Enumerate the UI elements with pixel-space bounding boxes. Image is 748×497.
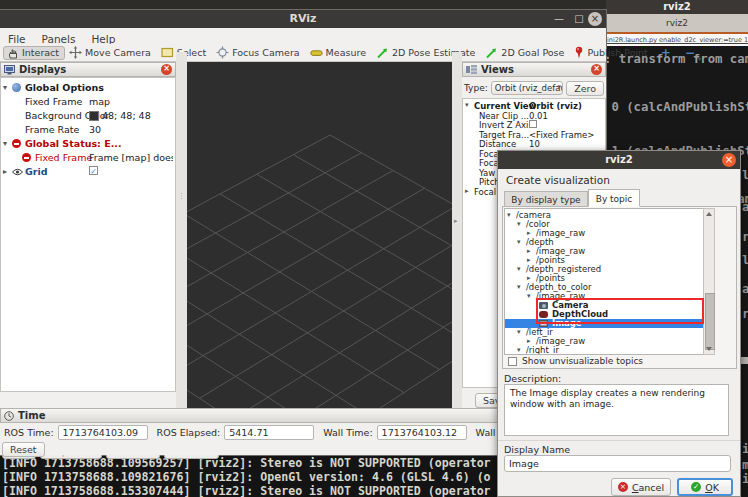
zero-button[interactable]: Zero <box>566 81 604 96</box>
views-icon <box>466 65 477 74</box>
rviz-title: RViz <box>0 10 606 28</box>
topic-row[interactable]: ▾/depth_to_color <box>505 283 703 292</box>
reset-button[interactable]: Reset <box>2 442 45 457</box>
terminal-tab[interactable]: rviz2 <box>606 14 748 32</box>
cancel-button[interactable]: × Cancel <box>611 478 671 496</box>
time-field-input[interactable]: 1713764103.09 <box>58 425 148 440</box>
expander-open-icon[interactable]: ▾ <box>507 211 511 220</box>
show-unvisualizable-checkbox[interactable] <box>508 357 517 366</box>
tab-by-topic[interactable]: By topic <box>588 189 640 207</box>
views-close-icon[interactable]: × <box>591 64 602 75</box>
display-row-value[interactable]: 48; 48; 48 <box>89 110 173 121</box>
display-row[interactable]: Fixed Framemap <box>1 95 175 109</box>
view-property-row[interactable]: Target Fra...<Fixed Frame> <box>463 130 605 140</box>
scroll-up-icon[interactable] <box>706 212 712 216</box>
view-property-row[interactable]: Near Clip ...0.01 <box>463 111 605 121</box>
display-row-value[interactable]: 30 <box>89 124 173 135</box>
terminal-scrollbar-fragment <box>740 357 748 364</box>
view-property-label: Invert Z Axis <box>479 120 533 130</box>
topic-tree-scrollbar[interactable] <box>703 208 715 355</box>
minimize-icon[interactable]: — <box>552 13 566 26</box>
scrollbar-thumb[interactable] <box>705 293 715 350</box>
expander-open-icon[interactable]: ▾ <box>527 292 531 301</box>
view-property-value[interactable]: Orbit (rviz) <box>529 101 582 111</box>
log-line: [INFO 1713758688.109821676] [rviz2]: Ope… <box>2 470 491 484</box>
expander-open-icon[interactable]: ▾ <box>517 238 521 247</box>
time-field-input[interactable]: 5414.71 <box>224 425 314 440</box>
tab-by-display-type[interactable]: By display type <box>504 191 588 207</box>
tool-2d-pose-estimate[interactable]: 2D Pose Estimate <box>372 46 481 60</box>
display-row[interactable]: ▸Grid✓ <box>1 165 175 179</box>
expander-open-icon[interactable]: ▾ <box>3 139 7 148</box>
time-field: ROS Elapsed:5414.71 <box>157 425 315 440</box>
displays-panel-title: Displays <box>19 64 66 75</box>
tool-publish-point[interactable]: Publish Point <box>570 45 653 60</box>
topic-tree: ▾/camera▾/color▸/image_raw▾/depth▸/image… <box>504 208 715 355</box>
topic-row[interactable]: ▾/depth_registered <box>505 265 703 274</box>
rviz-titlebar[interactable]: RViz — □ × <box>0 10 606 28</box>
expander-closed-icon[interactable]: ▸ <box>465 187 469 195</box>
move-camera-icon <box>69 46 82 59</box>
display-row-value[interactable]: ✓ <box>89 166 173 175</box>
dialog-close-icon[interactable]: × <box>722 153 736 167</box>
view-property-value[interactable] <box>529 120 537 130</box>
view-type-select[interactable]: Orbit (rviz_defau <box>491 81 563 95</box>
grid-enabled-checkbox[interactable]: ✓ <box>89 166 98 175</box>
expander-open-icon[interactable]: ▾ <box>3 83 7 92</box>
maximize-icon[interactable]: □ <box>572 13 586 26</box>
terminal-titlebar[interactable]: rviz2 <box>606 0 748 14</box>
tool-focus-camera[interactable]: Focus Camera <box>212 45 305 60</box>
terminal-line-fragment: l <box>742 253 748 267</box>
topic-row[interactable]: ▾/right_ir <box>505 346 703 355</box>
displays-close-icon[interactable]: × <box>161 64 172 75</box>
display-row[interactable]: ▾Global Status: E... <box>1 137 175 151</box>
expander-open-icon[interactable]: ▾ <box>517 220 521 229</box>
remove-tool-button[interactable]: −▾ <box>678 46 702 60</box>
tool-measure[interactable]: Measure <box>306 46 372 59</box>
property-checkbox[interactable] <box>529 120 537 128</box>
view-property-row[interactable]: Invert Z Axis <box>463 120 605 130</box>
display-row[interactable]: ▾Global Options <box>1 81 175 95</box>
expander-open-icon[interactable]: ▾ <box>517 283 521 292</box>
display-row[interactable]: Fixed FrameFrame [map] does not... <box>1 151 175 165</box>
view-property-value[interactable]: 0.01 <box>529 111 548 121</box>
expander-closed-icon[interactable]: ▸ <box>527 247 531 256</box>
terminal-line-fragment: i <box>742 442 748 456</box>
display-name-input[interactable]: Image <box>504 455 731 472</box>
topic-row[interactable]: ▾/left_ir <box>505 328 703 337</box>
tool-move-camera[interactable]: Move Camera <box>65 45 157 60</box>
terminal-line-fragment: a <box>742 282 748 296</box>
view-property-row[interactable]: ▾Current ViewOrbit (rviz) <box>463 101 605 111</box>
ok-button[interactable]: ✓ OK <box>677 478 733 496</box>
dialog-titlebar[interactable]: rviz2 × <box>498 151 740 169</box>
time-field-input[interactable]: 1713764103.12 <box>377 425 467 440</box>
display-row[interactable]: Background Color48; 48; 48 <box>1 109 175 123</box>
expander-open-icon[interactable]: ▾ <box>517 328 521 337</box>
show-unvisualizable-row[interactable]: Show unvisualizable topics <box>508 356 643 366</box>
tool-2d-goal-pose[interactable]: 2D Goal Pose <box>481 46 570 60</box>
displays-panel-header[interactable]: Displays × <box>0 62 176 77</box>
view-property-value[interactable]: 10 <box>529 139 540 149</box>
view-property-row[interactable]: Distance10 <box>463 139 605 149</box>
topic-row[interactable]: ▾/color <box>505 220 703 229</box>
view-property-value[interactable]: <Fixed Frame> <box>529 130 594 140</box>
expander-open-icon[interactable]: ▾ <box>517 346 521 355</box>
expander-closed-icon[interactable]: ▸ <box>3 167 7 176</box>
splitter-left[interactable]: ⋮ <box>176 52 187 408</box>
splitter-right[interactable]: ▸ <box>452 52 462 408</box>
render-viewport[interactable] <box>187 62 452 408</box>
expander-open-icon[interactable]: ▾ <box>465 101 469 109</box>
views-panel-header[interactable]: Views × <box>462 62 606 77</box>
add-tool-button[interactable]: + <box>654 46 678 60</box>
display-row-value[interactable]: Frame [map] does not... <box>89 152 173 163</box>
view-property-label: Yaw <box>479 168 495 178</box>
create-visualization-dialog: rviz2 × Create visualization By display … <box>497 150 741 497</box>
scroll-down-icon[interactable] <box>706 347 712 351</box>
topic-row[interactable]: ▸/image_raw <box>505 247 703 256</box>
tool-interact[interactable]: Interact <box>3 46 65 60</box>
close-icon[interactable]: × <box>588 12 602 26</box>
display-row-value[interactable]: map <box>89 96 173 107</box>
display-row[interactable]: Frame Rate30 <box>1 123 175 137</box>
topic-row[interactable]: ▾/depth <box>505 238 703 247</box>
expander-open-icon[interactable]: ▾ <box>517 265 521 274</box>
